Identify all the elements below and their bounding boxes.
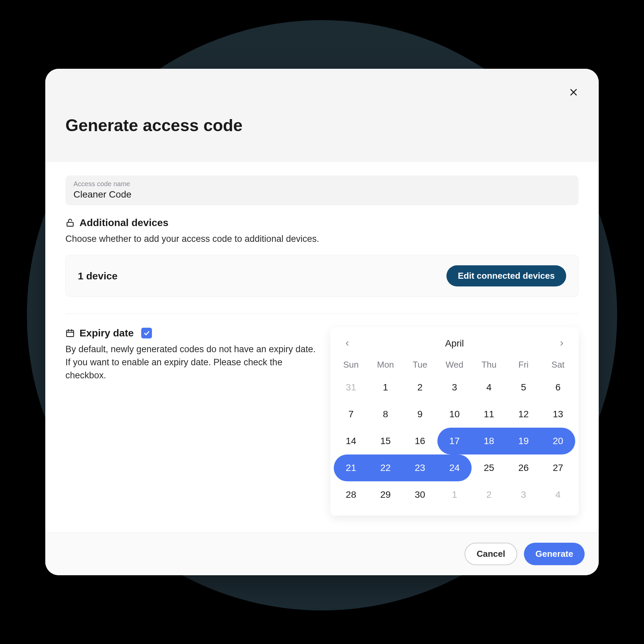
- close-button[interactable]: [567, 86, 580, 99]
- calendar-day[interactable]: 15: [368, 428, 403, 454]
- calendar-icon: [65, 328, 75, 338]
- calendar-dow: Wed: [437, 356, 472, 374]
- devices-count: 1 device: [78, 270, 117, 282]
- svg-rect-2: [67, 222, 73, 226]
- calendar: April SunMonTueWedThuFriSat3112345678910…: [330, 327, 579, 516]
- chevron-right-icon: [558, 340, 566, 347]
- divider: [65, 314, 579, 314]
- additional-devices-header: Additional devices: [65, 217, 579, 228]
- expiry-header: Expiry date: [65, 327, 317, 339]
- calendar-day[interactable]: 16: [403, 428, 437, 454]
- calendar-day[interactable]: 3: [506, 481, 541, 508]
- calendar-day[interactable]: 31: [334, 374, 368, 401]
- access-code-name-field[interactable]: Access code name: [65, 175, 579, 205]
- expiry-description: By default, newly generated codes do not…: [65, 343, 317, 382]
- edit-connected-devices-button[interactable]: Edit connected devices: [446, 265, 566, 286]
- generate-button[interactable]: Generate: [524, 543, 585, 565]
- calendar-grid: SunMonTueWedThuFriSat3112345678910111213…: [334, 356, 575, 508]
- calendar-dow: Sun: [334, 356, 368, 374]
- unlock-icon: [65, 218, 75, 227]
- calendar-day[interactable]: 3: [437, 374, 472, 401]
- calendar-day[interactable]: 23: [403, 454, 437, 481]
- calendar-day[interactable]: 2: [403, 374, 437, 401]
- calendar-day[interactable]: 30: [403, 481, 437, 508]
- expiry-title: Expiry date: [79, 327, 134, 339]
- calendar-prev-button[interactable]: [341, 337, 353, 350]
- calendar-day[interactable]: 5: [506, 374, 541, 401]
- calendar-day[interactable]: 9: [403, 401, 437, 428]
- modal-body: Access code name Additional devices Choo…: [45, 162, 599, 532]
- calendar-day[interactable]: 1: [437, 481, 472, 508]
- calendar-next-button[interactable]: [556, 337, 568, 350]
- calendar-day[interactable]: 21: [334, 454, 368, 481]
- calendar-month-label: April: [445, 338, 464, 349]
- modal-footer: Cancel Generate: [45, 532, 599, 575]
- calendar-dow: Fri: [506, 356, 541, 374]
- modal-title: Generate access code: [65, 116, 579, 135]
- generate-access-code-modal: Generate access code Access code name Ad…: [45, 69, 599, 575]
- calendar-day[interactable]: 7: [334, 401, 368, 428]
- access-code-name-input[interactable]: [73, 189, 571, 200]
- calendar-day[interactable]: 17: [437, 428, 472, 454]
- calendar-dow: Mon: [368, 356, 403, 374]
- calendar-day[interactable]: 27: [541, 454, 575, 481]
- close-icon: [569, 88, 578, 97]
- calendar-dow: Tue: [403, 356, 437, 374]
- cancel-button[interactable]: Cancel: [465, 543, 517, 565]
- calendar-day[interactable]: 14: [334, 428, 368, 454]
- additional-devices-description: Choose whether to add your access code t…: [65, 232, 579, 246]
- calendar-day[interactable]: 13: [541, 401, 575, 428]
- calendar-day[interactable]: 24: [437, 454, 472, 481]
- calendar-day[interactable]: 18: [472, 428, 506, 454]
- devices-card: 1 device Edit connected devices: [65, 255, 579, 297]
- svg-rect-3: [67, 330, 74, 337]
- check-icon: [143, 330, 150, 336]
- calendar-day[interactable]: 28: [334, 481, 368, 508]
- calendar-day[interactable]: 6: [541, 374, 575, 401]
- calendar-day[interactable]: 25: [472, 454, 506, 481]
- calendar-day[interactable]: 29: [368, 481, 403, 508]
- calendar-day[interactable]: 4: [541, 481, 575, 508]
- calendar-day[interactable]: 22: [368, 454, 403, 481]
- calendar-dow: Thu: [472, 356, 506, 374]
- modal-header: Generate access code: [45, 69, 599, 162]
- calendar-day[interactable]: 4: [472, 374, 506, 401]
- expiry-checkbox[interactable]: [141, 328, 152, 338]
- chevron-left-icon: [343, 340, 351, 347]
- calendar-day[interactable]: 1: [368, 374, 403, 401]
- calendar-day[interactable]: 19: [506, 428, 541, 454]
- additional-devices-title: Additional devices: [79, 217, 168, 228]
- calendar-dow: Sat: [541, 356, 575, 374]
- calendar-day[interactable]: 26: [506, 454, 541, 481]
- calendar-day[interactable]: 11: [472, 401, 506, 428]
- calendar-day[interactable]: 10: [437, 401, 472, 428]
- calendar-day[interactable]: 8: [368, 401, 403, 428]
- calendar-day[interactable]: 12: [506, 401, 541, 428]
- calendar-day[interactable]: 20: [541, 428, 575, 454]
- calendar-day[interactable]: 2: [472, 481, 506, 508]
- access-code-name-label: Access code name: [73, 180, 571, 188]
